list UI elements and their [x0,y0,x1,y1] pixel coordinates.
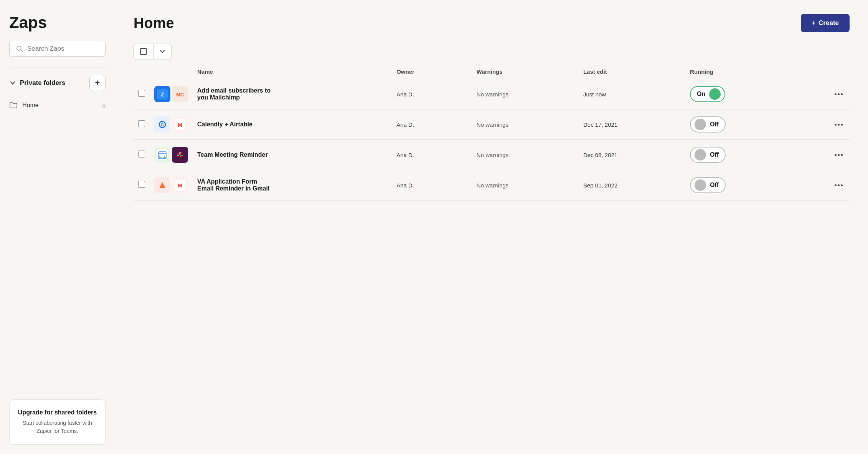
table-row: CALTeam Meeting ReminderAna D.No warning… [134,140,850,170]
slack-icon [172,147,188,163]
row-checkbox[interactable] [138,90,145,97]
row-checkbox[interactable] [138,120,145,127]
search-input[interactable] [27,45,99,53]
zap-name[interactable]: Team Meeting Reminder [193,140,392,170]
search-icon [16,45,23,53]
create-button[interactable]: + Create [801,14,850,32]
warnings-cell: No warnings [472,170,579,200]
gmail-icon: M [172,177,188,193]
col-running: Running [685,65,828,79]
add-folder-button[interactable]: + [89,75,106,91]
col-owner: Owner [392,65,472,79]
last-edit-cell: Dec 08, 2021 [579,140,685,170]
zaps-tbody: ZMCAdd email subscribers to you Mailchim… [134,79,850,200]
list-view-button[interactable] [134,43,153,60]
chevron-down-view-icon [159,48,166,55]
col-app-icons [150,65,193,79]
toggle-off[interactable]: Off [690,147,726,163]
owner-cell: Ana D. [392,170,472,200]
zap-name-text: Calendly + Airtable [197,121,274,128]
main-header: Home + Create [134,14,850,32]
upgrade-box: Upgrade for shared folders Start collabo… [9,399,106,445]
toggle-knob-off [695,119,706,130]
more-dot [838,93,840,95]
zoom-icon: Z [154,86,170,102]
private-folders-toggle[interactable]: Private folders [9,79,65,87]
running-cell: On [685,79,828,109]
options-cell [828,109,850,140]
row-checkbox[interactable] [138,151,145,157]
toggle-off[interactable]: Off [690,116,726,133]
svg-text:Z: Z [160,91,164,98]
create-label: Create [818,19,839,27]
svg-text:MC: MC [176,92,184,98]
last-edit-cell: Dec 17, 2021 [579,109,685,140]
last-edit-cell: Sep 01, 2022 [579,170,685,200]
app-icons-cell: CM [150,109,193,140]
col-last-edit: Last edit [579,65,685,79]
more-options-button[interactable] [832,182,845,189]
more-dot [841,154,843,156]
warnings-cell: No warnings [472,109,579,140]
folders-header: Private folders + [9,75,106,91]
app-icons: CAL [154,147,188,163]
app-icons-cell: M [150,170,193,200]
upgrade-desc: Start collaborating faster with Zapier f… [17,419,97,435]
checkbox-cell [134,109,150,140]
owner-cell: Ana D. [392,109,472,140]
streak-icon [154,177,170,193]
search-box[interactable] [9,41,106,57]
app-icons-cell: ZMC [150,79,193,109]
row-checkbox[interactable] [138,181,145,188]
svg-rect-20 [179,152,180,155]
main-content: Home + Create [115,0,868,454]
more-dot [835,154,837,156]
folder-count: 5 [102,102,106,109]
svg-line-1 [21,50,23,52]
mailchimp-icon: MC [172,86,188,102]
options-cell [828,79,850,109]
svg-rect-21 [180,155,183,156]
sidebar-divider [9,68,106,68]
more-dot [835,93,837,95]
dropdown-view-button[interactable] [153,44,171,59]
more-options-button[interactable] [832,91,845,98]
sidebar: Zaps Private folders + Ho [0,0,115,454]
zap-name-text: Add email subscribers to you Mailchimp [197,87,274,101]
col-checkbox [134,65,150,79]
table-row: MVA Application Form Email Reminder in G… [134,170,850,200]
more-dot [841,124,843,126]
more-options-button[interactable] [832,152,845,158]
sub-header [134,43,850,60]
app-icons: CM [154,116,188,133]
zap-name[interactable]: Calendly + Airtable [193,109,392,140]
more-dot [838,154,840,156]
table-row: ZMCAdd email subscribers to you Mailchim… [134,79,850,109]
col-warnings: Warnings [472,65,579,79]
toggle-knob-on [709,88,721,100]
svg-rect-18 [177,153,179,155]
folder-item-home[interactable]: Home 5 [9,97,106,113]
zaps-table: Name Owner Warnings Last edit Running ZM… [134,65,850,200]
warnings-cell: No warnings [472,79,579,109]
zap-name[interactable]: Add email subscribers to you Mailchimp [193,79,392,109]
list-view-icon [139,47,148,56]
toggle-on-label: On [697,91,705,98]
toggle-on[interactable]: On [690,86,725,102]
svg-text:CAL: CAL [159,155,166,159]
toggle-knob-off [695,149,706,161]
more-options-button[interactable] [832,121,845,128]
folder-icon [9,101,18,109]
chevron-down-icon [9,80,16,86]
toggle-off[interactable]: Off [690,177,726,193]
toggle-off-label: Off [710,182,719,189]
app-icons: ZMC [154,86,188,102]
zap-name-text: VA Application Form Email Reminder in Gm… [197,178,274,192]
page-title: Home [134,15,174,31]
owner-cell: Ana D. [392,140,472,170]
col-name: Name [193,65,392,79]
view-controls [134,43,172,60]
svg-rect-2 [140,48,147,55]
zap-name[interactable]: VA Application Form Email Reminder in Gm… [193,170,392,200]
last-edit-cell: Just now [579,79,685,109]
